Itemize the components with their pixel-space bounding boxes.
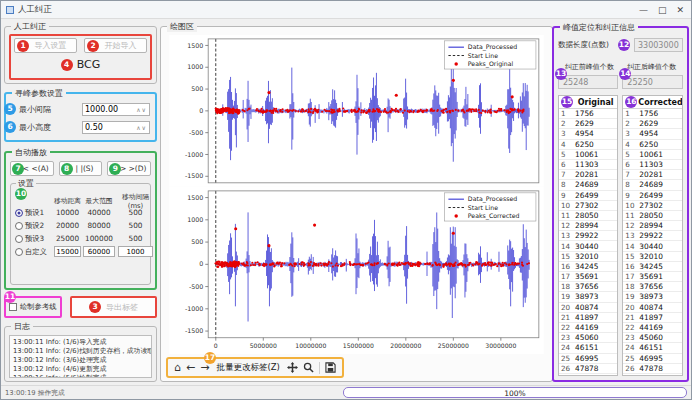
table-row[interactable]: 2244169 xyxy=(559,323,617,333)
table-row[interactable]: 46250 xyxy=(623,140,681,150)
preset-custom-input[interactable] xyxy=(118,246,154,257)
table-row[interactable]: 1128050 xyxy=(623,211,681,221)
reference-line-checkbox[interactable] xyxy=(9,303,17,311)
save-icon[interactable] xyxy=(325,362,336,373)
peak-params-group: 寻峰参数设置 5 最小间隔 1000.00 ∧∨ 6 最小高度 0.50 ∧∨ xyxy=(4,92,157,142)
table-row[interactable]: 720281 xyxy=(623,170,681,180)
table-row[interactable]: 2345060 xyxy=(559,333,617,343)
row-index: 19 xyxy=(623,292,639,301)
batch-edit-labels-button[interactable]: 批量更改标签(Z) xyxy=(214,362,281,374)
table-row[interactable]: 2345060 xyxy=(623,333,681,343)
log-box[interactable]: 13:00:11 Info: (1/6)导入完成13:00:11 Info: (… xyxy=(9,335,152,378)
table-row[interactable]: 1735691 xyxy=(623,272,681,282)
maximize-button[interactable]: □ xyxy=(658,3,667,17)
preset-custom-input[interactable] xyxy=(83,246,114,257)
table-row[interactable]: 1329922 xyxy=(559,231,617,241)
table-row[interactable]: 1430440 xyxy=(559,241,617,251)
table-row[interactable]: 720281 xyxy=(559,170,617,180)
table-row[interactable]: 1837656 xyxy=(559,282,617,292)
table-row[interactable]: 2647878 xyxy=(559,364,617,374)
row-index: 19 xyxy=(559,292,575,301)
pan-icon[interactable] xyxy=(287,362,298,373)
min-interval-spinner[interactable]: 1000.00 ∧∨ xyxy=(82,103,150,116)
table-row[interactable]: 2446151 xyxy=(623,343,681,353)
step-forward-button[interactable]: 9 > >(D) xyxy=(107,161,151,176)
table-row[interactable]: 824689 xyxy=(559,180,617,190)
table-row[interactable]: 1027302 xyxy=(623,201,681,211)
table-row[interactable]: 1532010 xyxy=(559,252,617,262)
preset-radio[interactable] xyxy=(15,209,23,217)
close-button[interactable]: ✕ xyxy=(676,3,684,17)
count-fields: 13 25248 14 25250 xyxy=(558,75,683,89)
home-icon[interactable]: ⌂ xyxy=(174,361,181,375)
step-back-button[interactable]: 7 < <(A) xyxy=(10,161,54,176)
table-row[interactable]: 1532010 xyxy=(623,252,681,262)
table-row[interactable]: 1634245 xyxy=(623,262,681,272)
table-row[interactable]: 34954 xyxy=(623,129,681,139)
start-import-button[interactable]: 2 开始导入 xyxy=(84,38,147,53)
table-row[interactable]: 2141897 xyxy=(623,313,681,323)
chart-top[interactable]: 150010005000-500-1000-1500Data_Processed… xyxy=(164,35,549,187)
table-row[interactable]: 46250 xyxy=(559,140,617,150)
table-row[interactable]: 824689 xyxy=(623,180,681,190)
row-value: 10061 xyxy=(639,150,681,159)
table-row[interactable]: 611303 xyxy=(623,160,681,170)
table-row[interactable]: 11756 xyxy=(559,109,617,119)
zoom-icon[interactable] xyxy=(303,362,314,373)
min-height-spinner[interactable]: 0.50 ∧∨ xyxy=(82,121,150,134)
table-row[interactable]: 1228994 xyxy=(623,221,681,231)
table-row[interactable]: 2647878 xyxy=(623,364,681,374)
table-row[interactable]: 926499 xyxy=(623,191,681,201)
table-row[interactable]: 2546995 xyxy=(559,354,617,364)
table-row[interactable]: 22629 xyxy=(623,119,681,129)
chart-bottom[interactable]: 150010005000-500-1000-150005000000100000… xyxy=(164,187,549,354)
table-row[interactable]: 926499 xyxy=(559,191,617,201)
row-value: 40874 xyxy=(639,303,681,312)
table-row[interactable]: 510061 xyxy=(559,150,617,160)
table-row[interactable]: 1634245 xyxy=(559,262,617,272)
reference-line-box: 11 绘制参考线 xyxy=(4,296,62,318)
table-row[interactable]: 2749054 xyxy=(559,374,617,375)
back-icon[interactable]: ← xyxy=(186,361,195,375)
pause-button[interactable]: 8 | |(S) xyxy=(59,161,103,176)
table-row[interactable]: 2141897 xyxy=(559,313,617,323)
import-settings-button[interactable]: 1 导入设置 xyxy=(14,38,77,53)
table-row[interactable]: 1027302 xyxy=(559,201,617,211)
svg-text:Start Line: Start Line xyxy=(468,203,498,210)
spinner-arrows-icon[interactable]: ∧∨ xyxy=(136,124,147,131)
table-row[interactable]: 1735691 xyxy=(559,272,617,282)
spinner-arrows-icon[interactable]: ∧∨ xyxy=(136,106,147,113)
table-row[interactable]: 2244169 xyxy=(623,323,681,333)
left-panel: 人工纠正 1 导入设置 2 开始导入 4 BCG xyxy=(4,22,157,382)
table-row[interactable]: 611303 xyxy=(559,160,617,170)
row-index: 16 xyxy=(623,262,639,271)
preset-radio[interactable] xyxy=(15,235,23,243)
plot-group: 绘图区 150010005000-500-1000-1500Data_Proce… xyxy=(160,26,553,382)
corrected-table-body[interactable]: 1175622629349544625051006161130372028182… xyxy=(623,109,681,375)
preset-radio[interactable] xyxy=(15,248,23,256)
table-row[interactable]: 2446151 xyxy=(559,343,617,353)
table-row[interactable]: 22629 xyxy=(559,119,617,129)
table-row[interactable]: 1128050 xyxy=(559,211,617,221)
original-table-body[interactable]: 1175622629349544625051006161130372028182… xyxy=(559,109,617,375)
table-row[interactable]: 1430440 xyxy=(623,241,681,251)
export-labels-button[interactable]: 3 导出标签 xyxy=(70,296,157,318)
preset-custom-input[interactable] xyxy=(54,246,81,257)
plot-panel: 绘图区 150010005000-500-1000-1500Data_Proce… xyxy=(160,22,549,382)
table-row[interactable]: 34954 xyxy=(559,129,617,139)
table-row[interactable]: 1837656 xyxy=(623,282,681,292)
table-row[interactable]: 510061 xyxy=(623,150,681,160)
table-row[interactable]: 2546995 xyxy=(623,354,681,364)
row-index: 22 xyxy=(623,323,639,332)
table-row[interactable]: 1938973 xyxy=(623,292,681,302)
minimize-button[interactable]: — xyxy=(639,3,648,17)
table-row[interactable]: 2040874 xyxy=(623,303,681,313)
row-index: 4 xyxy=(559,140,575,149)
table-row[interactable]: 2040874 xyxy=(559,303,617,313)
table-row[interactable]: 11756 xyxy=(623,109,681,119)
table-row[interactable]: 1329922 xyxy=(623,231,681,241)
table-row[interactable]: 2749054 xyxy=(623,374,681,375)
preset-radio[interactable] xyxy=(15,222,23,230)
table-row[interactable]: 1938973 xyxy=(559,292,617,302)
table-row[interactable]: 1228994 xyxy=(559,221,617,231)
